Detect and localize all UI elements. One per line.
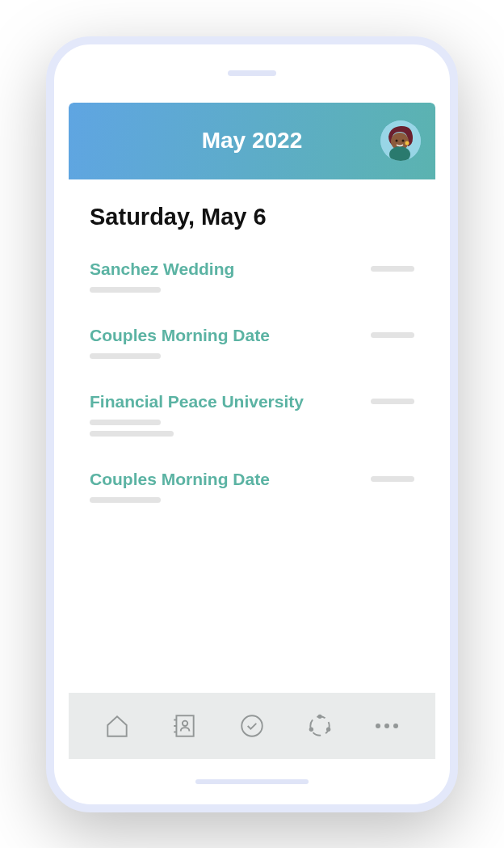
event-detail-placeholder xyxy=(90,420,161,425)
home-indicator-area xyxy=(54,759,450,804)
header-title: May 2022 xyxy=(202,128,303,154)
nav-contacts[interactable] xyxy=(168,710,200,742)
event-title: Sanchez Wedding xyxy=(90,259,371,279)
app-header: May 2022 xyxy=(69,103,435,179)
nav-groups[interactable] xyxy=(304,710,336,742)
event-meta-placeholder xyxy=(371,399,414,404)
event-item[interactable]: Couples Morning Date xyxy=(90,470,414,508)
event-detail-placeholder xyxy=(90,287,161,293)
more-icon xyxy=(376,724,398,728)
group-circle-icon xyxy=(306,712,334,740)
event-left: Financial Peace University xyxy=(90,392,371,442)
event-meta-placeholder xyxy=(371,476,414,482)
svg-point-12 xyxy=(310,716,329,735)
avatar[interactable] xyxy=(380,120,421,161)
avatar-illustration xyxy=(380,120,421,161)
check-circle-icon xyxy=(238,712,266,740)
svg-point-10 xyxy=(183,720,187,725)
svg-point-4 xyxy=(402,140,405,142)
speaker-slot xyxy=(228,70,276,76)
event-left: Couples Morning Date xyxy=(90,470,371,508)
event-meta-placeholder xyxy=(371,266,414,272)
contacts-icon xyxy=(170,712,198,740)
nav-home[interactable] xyxy=(101,710,133,742)
svg-point-14 xyxy=(326,727,330,731)
date-heading: Saturday, May 6 xyxy=(90,204,414,230)
svg-point-11 xyxy=(242,715,262,736)
home-icon xyxy=(103,712,131,740)
svg-point-13 xyxy=(317,714,321,718)
home-indicator[interactable] xyxy=(195,779,309,784)
svg-point-15 xyxy=(309,727,313,731)
screen: May 2022 Saturday, May 6 xyxy=(69,103,435,693)
notch-bar xyxy=(54,44,450,103)
event-meta-placeholder xyxy=(371,332,414,338)
event-title: Couples Morning Date xyxy=(90,326,371,345)
svg-point-5 xyxy=(405,141,410,146)
nav-more[interactable] xyxy=(371,710,403,742)
nav-tasks[interactable] xyxy=(236,710,268,742)
event-title: Couples Morning Date xyxy=(90,470,371,489)
event-title: Financial Peace University xyxy=(90,392,371,411)
event-detail-placeholder xyxy=(90,353,161,359)
event-detail-placeholder xyxy=(90,497,161,503)
bottom-nav xyxy=(69,693,435,759)
event-item[interactable]: Sanchez Wedding xyxy=(90,259,414,298)
event-detail-placeholder xyxy=(90,431,174,437)
event-left: Couples Morning Date xyxy=(90,326,371,365)
event-item[interactable]: Couples Morning Date xyxy=(90,326,414,365)
phone-frame: May 2022 Saturday, May 6 xyxy=(46,36,458,812)
events-list: Sanchez WeddingCouples Morning DateFinan… xyxy=(90,259,414,508)
event-left: Sanchez Wedding xyxy=(90,259,371,298)
content-area: Saturday, May 6 Sanchez WeddingCouples M… xyxy=(69,179,435,693)
event-item[interactable]: Financial Peace University xyxy=(90,392,414,442)
svg-point-3 xyxy=(396,140,398,142)
